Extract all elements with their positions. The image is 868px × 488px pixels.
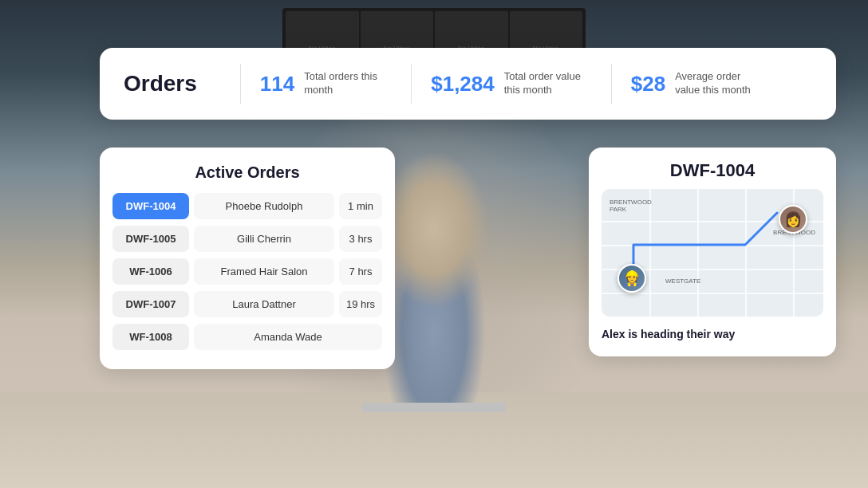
stats-divider-2 [411, 64, 412, 104]
order-customer-name: Gilli Cherrin [194, 226, 334, 252]
stats-title: Orders [124, 71, 197, 96]
order-time: 7 hrs [339, 258, 382, 285]
stat-value-total: $1,284 [431, 72, 495, 96]
stat-group-avg: $28 Average order value this month [631, 70, 763, 97]
detail-status: Alex is heading their way [602, 325, 823, 344]
order-row[interactable]: WF-1006Framed Hair Salon7 hrs [112, 258, 382, 285]
orders-panel: Active Orders DWF-1004Phoebe Rudolph1 mi… [100, 148, 395, 369]
order-customer-name: Phoebe Rudolph [194, 193, 334, 219]
detail-panel-title: DWF-1004 [602, 160, 823, 181]
stat-group-value: $1,284 Total order value this month [431, 70, 592, 97]
stats-divider-3 [611, 64, 612, 104]
order-customer-name: Amanda Wade [194, 324, 382, 350]
order-time: 1 min [339, 193, 382, 219]
map-container: BRENTWOODPARK BRENTWOOD WESTGATE 👷 👩 [602, 189, 823, 317]
customer-avatar: 👩 [779, 205, 807, 234]
orders-list: DWF-1004Phoebe Rudolph1 minDWF-1005Gilli… [112, 193, 382, 350]
order-row[interactable]: DWF-1004Phoebe Rudolph1 min [112, 193, 382, 219]
order-id-dwf-1004[interactable]: DWF-1004 [112, 193, 189, 219]
driver-avatar-icon: 👷 [623, 270, 641, 287]
detail-panel: DWF-1004 BRENTWOODPARK BRENTWOOD WESTGAT… [589, 148, 836, 356]
order-id-wf-1006[interactable]: WF-1006 [112, 258, 189, 285]
stat-value-orders: 114 [260, 72, 294, 96]
order-time: 3 hrs [339, 226, 382, 252]
order-time: 19 hrs [339, 291, 382, 317]
stat-value-avg: $28 [631, 72, 665, 96]
customer-avatar-icon: 👩 [784, 211, 802, 228]
laptop [362, 403, 506, 412]
order-row[interactable]: DWF-1005Gilli Cherrin3 hrs [112, 226, 382, 252]
order-customer-name: Framed Hair Salon [194, 258, 334, 285]
orders-panel-title: Active Orders [112, 163, 382, 182]
stat-group-orders: 114 Total orders this month [260, 70, 392, 97]
order-row[interactable]: WF-1008Amanda Wade [112, 324, 382, 350]
stat-label-orders: Total orders this month [304, 70, 392, 97]
driver-avatar: 👷 [617, 264, 646, 293]
stats-bar: Orders 114 Total orders this month $1,28… [100, 48, 836, 120]
order-id-dwf-1005[interactable]: DWF-1005 [112, 226, 189, 252]
order-row[interactable]: DWF-1007Laura Dattner19 hrs [112, 291, 382, 317]
stat-label-avg: Average order value this month [675, 70, 763, 97]
stat-label-total: Total order value this month [504, 70, 592, 97]
stats-divider-1 [240, 64, 241, 104]
order-id-wf-1008[interactable]: WF-1008 [112, 324, 189, 350]
order-id-dwf-1007[interactable]: DWF-1007 [112, 291, 189, 317]
order-customer-name: Laura Dattner [194, 291, 334, 317]
